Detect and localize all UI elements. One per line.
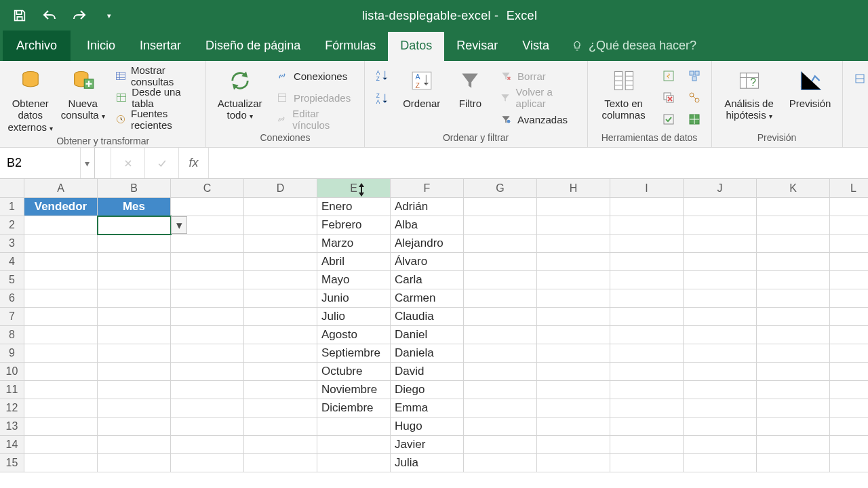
cell[interactable] — [537, 436, 610, 454]
cell[interactable] — [244, 326, 317, 344]
cell[interactable] — [24, 381, 98, 399]
row-header[interactable]: 13 — [0, 418, 24, 436]
cell[interactable] — [171, 271, 244, 289]
cell[interactable]: Agosto — [317, 326, 391, 344]
col-header-I[interactable]: I — [610, 179, 684, 198]
row-header[interactable]: 12 — [0, 399, 24, 418]
cell[interactable] — [98, 454, 171, 472]
data-validation-button[interactable] — [658, 110, 679, 129]
row-header[interactable]: 11 — [0, 381, 24, 399]
cell[interactable] — [610, 436, 684, 454]
cell[interactable] — [537, 399, 610, 418]
cell[interactable] — [244, 436, 317, 454]
tab-formulas[interactable]: Fórmulas — [313, 32, 388, 61]
cell[interactable] — [244, 235, 317, 253]
cell[interactable]: Daniel — [391, 326, 464, 344]
cell[interactable] — [464, 253, 537, 271]
row-header[interactable]: 3 — [0, 235, 24, 253]
cell[interactable] — [684, 271, 757, 289]
tab-data[interactable]: Datos — [388, 32, 444, 61]
cell[interactable] — [757, 344, 830, 363]
tell-me-search[interactable]: ¿Qué desea hacer? — [561, 39, 706, 61]
cell[interactable] — [610, 198, 684, 216]
cell[interactable] — [537, 289, 610, 308]
cell[interactable] — [610, 454, 684, 472]
cell[interactable]: Julio — [317, 308, 391, 326]
cell[interactable] — [24, 308, 98, 326]
cell[interactable] — [684, 399, 757, 418]
cell[interactable] — [98, 418, 171, 436]
cell[interactable]: Noviembre — [317, 381, 391, 399]
cell[interactable] — [464, 271, 537, 289]
tab-insert[interactable]: Insertar — [127, 32, 193, 61]
text-to-columns-button[interactable]: Texto en columnas — [595, 64, 653, 121]
tab-page-layout[interactable]: Diseño de página — [193, 32, 313, 61]
show-queries-button[interactable]: Mostrar consultas — [112, 66, 199, 85]
cell[interactable] — [537, 271, 610, 289]
cell[interactable] — [684, 363, 757, 381]
cell[interactable] — [610, 381, 684, 399]
cell[interactable] — [757, 399, 830, 418]
from-table-button[interactable]: Desde una tabla — [112, 88, 199, 107]
cell[interactable] — [684, 418, 757, 436]
whatif-button[interactable]: ? Análisis de hipótesis▾ — [719, 64, 780, 121]
cell[interactable] — [171, 326, 244, 344]
cell[interactable] — [684, 454, 757, 472]
sort-button[interactable]: AZ Ordenar — [399, 64, 445, 109]
row-header[interactable]: 14 — [0, 436, 24, 454]
formula-input[interactable] — [209, 148, 868, 178]
cell[interactable]: Diego — [391, 381, 464, 399]
cell[interactable] — [537, 308, 610, 326]
cell[interactable]: Julia — [391, 454, 464, 472]
col-header-H[interactable]: H — [537, 179, 610, 198]
cell[interactable] — [244, 216, 317, 235]
cell[interactable] — [171, 436, 244, 454]
cell[interactable] — [464, 418, 537, 436]
row-header[interactable]: 9 — [0, 344, 24, 363]
cell[interactable]: Carmen — [391, 289, 464, 308]
cell[interactable] — [171, 308, 244, 326]
name-box-input[interactable] — [0, 156, 80, 170]
cell[interactable]: Alejandro — [391, 235, 464, 253]
cell[interactable] — [24, 271, 98, 289]
cell[interactable] — [464, 454, 537, 472]
cell[interactable] — [610, 289, 684, 308]
row-header[interactable]: 5 — [0, 271, 24, 289]
cell[interactable]: Mayo — [317, 271, 391, 289]
cell[interactable] — [684, 235, 757, 253]
cell[interactable]: Junio — [317, 289, 391, 308]
cell[interactable] — [757, 454, 830, 472]
cell[interactable] — [757, 436, 830, 454]
cell[interactable] — [684, 253, 757, 271]
cell[interactable] — [171, 454, 244, 472]
cell[interactable] — [757, 418, 830, 436]
select-all-corner[interactable] — [0, 179, 24, 198]
cell[interactable] — [244, 381, 317, 399]
cell[interactable] — [757, 235, 830, 253]
cell[interactable] — [98, 344, 171, 363]
cell[interactable] — [244, 344, 317, 363]
cell[interactable] — [684, 326, 757, 344]
cell[interactable] — [537, 454, 610, 472]
cell[interactable] — [171, 289, 244, 308]
col-header-J[interactable]: J — [684, 179, 757, 198]
cell[interactable] — [98, 253, 171, 271]
cell[interactable] — [24, 436, 98, 454]
cell[interactable]: Abril — [317, 253, 391, 271]
relationships-button[interactable] — [684, 88, 705, 107]
cell[interactable] — [244, 454, 317, 472]
cell[interactable] — [464, 198, 537, 216]
cell[interactable] — [244, 418, 317, 436]
cell[interactable] — [610, 216, 684, 235]
cell[interactable] — [610, 271, 684, 289]
cell[interactable] — [610, 326, 684, 344]
col-header-C[interactable]: C — [171, 179, 244, 198]
cell[interactable] — [830, 344, 868, 363]
cell[interactable] — [171, 235, 244, 253]
cell[interactable]: Septiembre — [317, 344, 391, 363]
cell[interactable] — [830, 326, 868, 344]
cell[interactable] — [171, 418, 244, 436]
cell[interactable] — [757, 289, 830, 308]
cell[interactable] — [317, 418, 391, 436]
col-header-B[interactable]: B — [98, 179, 171, 198]
